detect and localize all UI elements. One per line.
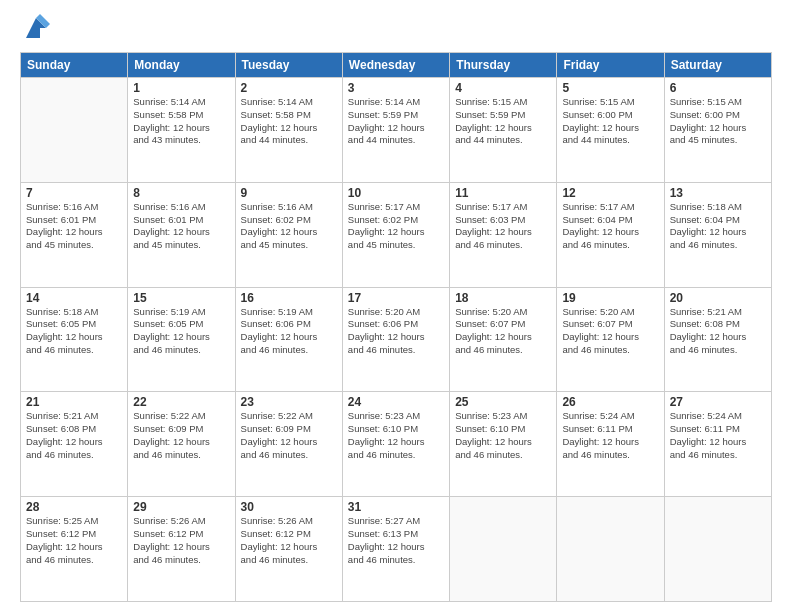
day-info: Sunrise: 5:15 AM Sunset: 6:00 PM Dayligh… (670, 96, 766, 147)
calendar-cell (450, 497, 557, 602)
header-day-sunday: Sunday (21, 53, 128, 78)
calendar-cell: 5Sunrise: 5:15 AM Sunset: 6:00 PM Daylig… (557, 78, 664, 183)
calendar-cell (557, 497, 664, 602)
day-number: 19 (562, 291, 658, 305)
day-number: 4 (455, 81, 551, 95)
calendar-cell: 31Sunrise: 5:27 AM Sunset: 6:13 PM Dayli… (342, 497, 449, 602)
day-number: 16 (241, 291, 337, 305)
day-info: Sunrise: 5:18 AM Sunset: 6:05 PM Dayligh… (26, 306, 122, 357)
day-number: 8 (133, 186, 229, 200)
calendar-cell: 15Sunrise: 5:19 AM Sunset: 6:05 PM Dayli… (128, 287, 235, 392)
calendar-table: SundayMondayTuesdayWednesdayThursdayFrid… (20, 52, 772, 602)
day-info: Sunrise: 5:16 AM Sunset: 6:01 PM Dayligh… (26, 201, 122, 252)
day-info: Sunrise: 5:23 AM Sunset: 6:10 PM Dayligh… (455, 410, 551, 461)
day-info: Sunrise: 5:14 AM Sunset: 5:58 PM Dayligh… (133, 96, 229, 147)
day-number: 5 (562, 81, 658, 95)
day-number: 18 (455, 291, 551, 305)
calendar-cell: 8Sunrise: 5:16 AM Sunset: 6:01 PM Daylig… (128, 182, 235, 287)
day-info: Sunrise: 5:24 AM Sunset: 6:11 PM Dayligh… (670, 410, 766, 461)
day-info: Sunrise: 5:20 AM Sunset: 6:07 PM Dayligh… (455, 306, 551, 357)
day-info: Sunrise: 5:25 AM Sunset: 6:12 PM Dayligh… (26, 515, 122, 566)
header-day-saturday: Saturday (664, 53, 771, 78)
day-info: Sunrise: 5:26 AM Sunset: 6:12 PM Dayligh… (133, 515, 229, 566)
day-number: 6 (670, 81, 766, 95)
day-info: Sunrise: 5:26 AM Sunset: 6:12 PM Dayligh… (241, 515, 337, 566)
calendar-cell: 22Sunrise: 5:22 AM Sunset: 6:09 PM Dayli… (128, 392, 235, 497)
day-number: 27 (670, 395, 766, 409)
day-info: Sunrise: 5:21 AM Sunset: 6:08 PM Dayligh… (26, 410, 122, 461)
calendar-cell: 25Sunrise: 5:23 AM Sunset: 6:10 PM Dayli… (450, 392, 557, 497)
day-number: 31 (348, 500, 444, 514)
day-info: Sunrise: 5:17 AM Sunset: 6:04 PM Dayligh… (562, 201, 658, 252)
day-info: Sunrise: 5:20 AM Sunset: 6:07 PM Dayligh… (562, 306, 658, 357)
calendar-cell: 9Sunrise: 5:16 AM Sunset: 6:02 PM Daylig… (235, 182, 342, 287)
calendar-cell (21, 78, 128, 183)
day-number: 20 (670, 291, 766, 305)
day-number: 12 (562, 186, 658, 200)
calendar-cell: 26Sunrise: 5:24 AM Sunset: 6:11 PM Dayli… (557, 392, 664, 497)
calendar-cell: 30Sunrise: 5:26 AM Sunset: 6:12 PM Dayli… (235, 497, 342, 602)
logo-icon (22, 14, 50, 42)
day-info: Sunrise: 5:23 AM Sunset: 6:10 PM Dayligh… (348, 410, 444, 461)
calendar-cell: 19Sunrise: 5:20 AM Sunset: 6:07 PM Dayli… (557, 287, 664, 392)
calendar-cell: 3Sunrise: 5:14 AM Sunset: 5:59 PM Daylig… (342, 78, 449, 183)
calendar-cell: 17Sunrise: 5:20 AM Sunset: 6:06 PM Dayli… (342, 287, 449, 392)
day-info: Sunrise: 5:16 AM Sunset: 6:02 PM Dayligh… (241, 201, 337, 252)
logo (20, 18, 50, 42)
day-number: 22 (133, 395, 229, 409)
day-info: Sunrise: 5:16 AM Sunset: 6:01 PM Dayligh… (133, 201, 229, 252)
week-row-0: 1Sunrise: 5:14 AM Sunset: 5:58 PM Daylig… (21, 78, 772, 183)
calendar-cell: 1Sunrise: 5:14 AM Sunset: 5:58 PM Daylig… (128, 78, 235, 183)
header-day-tuesday: Tuesday (235, 53, 342, 78)
day-info: Sunrise: 5:15 AM Sunset: 5:59 PM Dayligh… (455, 96, 551, 147)
week-row-2: 14Sunrise: 5:18 AM Sunset: 6:05 PM Dayli… (21, 287, 772, 392)
day-number: 7 (26, 186, 122, 200)
calendar-cell: 6Sunrise: 5:15 AM Sunset: 6:00 PM Daylig… (664, 78, 771, 183)
day-info: Sunrise: 5:18 AM Sunset: 6:04 PM Dayligh… (670, 201, 766, 252)
day-number: 26 (562, 395, 658, 409)
calendar-cell: 7Sunrise: 5:16 AM Sunset: 6:01 PM Daylig… (21, 182, 128, 287)
day-info: Sunrise: 5:24 AM Sunset: 6:11 PM Dayligh… (562, 410, 658, 461)
week-row-1: 7Sunrise: 5:16 AM Sunset: 6:01 PM Daylig… (21, 182, 772, 287)
day-info: Sunrise: 5:21 AM Sunset: 6:08 PM Dayligh… (670, 306, 766, 357)
day-number: 2 (241, 81, 337, 95)
header-day-thursday: Thursday (450, 53, 557, 78)
day-number: 14 (26, 291, 122, 305)
calendar-cell: 20Sunrise: 5:21 AM Sunset: 6:08 PM Dayli… (664, 287, 771, 392)
day-number: 9 (241, 186, 337, 200)
calendar-cell: 14Sunrise: 5:18 AM Sunset: 6:05 PM Dayli… (21, 287, 128, 392)
calendar-header: SundayMondayTuesdayWednesdayThursdayFrid… (21, 53, 772, 78)
day-number: 28 (26, 500, 122, 514)
day-number: 23 (241, 395, 337, 409)
day-info: Sunrise: 5:17 AM Sunset: 6:02 PM Dayligh… (348, 201, 444, 252)
calendar-cell: 24Sunrise: 5:23 AM Sunset: 6:10 PM Dayli… (342, 392, 449, 497)
calendar-cell: 4Sunrise: 5:15 AM Sunset: 5:59 PM Daylig… (450, 78, 557, 183)
calendar-cell: 11Sunrise: 5:17 AM Sunset: 6:03 PM Dayli… (450, 182, 557, 287)
week-row-3: 21Sunrise: 5:21 AM Sunset: 6:08 PM Dayli… (21, 392, 772, 497)
day-info: Sunrise: 5:20 AM Sunset: 6:06 PM Dayligh… (348, 306, 444, 357)
day-info: Sunrise: 5:14 AM Sunset: 5:59 PM Dayligh… (348, 96, 444, 147)
day-number: 17 (348, 291, 444, 305)
day-number: 3 (348, 81, 444, 95)
calendar-cell: 18Sunrise: 5:20 AM Sunset: 6:07 PM Dayli… (450, 287, 557, 392)
day-info: Sunrise: 5:15 AM Sunset: 6:00 PM Dayligh… (562, 96, 658, 147)
day-number: 30 (241, 500, 337, 514)
header-day-friday: Friday (557, 53, 664, 78)
calendar-cell: 27Sunrise: 5:24 AM Sunset: 6:11 PM Dayli… (664, 392, 771, 497)
day-number: 29 (133, 500, 229, 514)
header-day-wednesday: Wednesday (342, 53, 449, 78)
day-number: 24 (348, 395, 444, 409)
day-info: Sunrise: 5:17 AM Sunset: 6:03 PM Dayligh… (455, 201, 551, 252)
header-row: SundayMondayTuesdayWednesdayThursdayFrid… (21, 53, 772, 78)
day-number: 13 (670, 186, 766, 200)
day-number: 15 (133, 291, 229, 305)
day-number: 21 (26, 395, 122, 409)
day-info: Sunrise: 5:19 AM Sunset: 6:05 PM Dayligh… (133, 306, 229, 357)
day-info: Sunrise: 5:22 AM Sunset: 6:09 PM Dayligh… (241, 410, 337, 461)
week-row-4: 28Sunrise: 5:25 AM Sunset: 6:12 PM Dayli… (21, 497, 772, 602)
day-info: Sunrise: 5:19 AM Sunset: 6:06 PM Dayligh… (241, 306, 337, 357)
calendar-cell: 28Sunrise: 5:25 AM Sunset: 6:12 PM Dayli… (21, 497, 128, 602)
calendar-cell: 16Sunrise: 5:19 AM Sunset: 6:06 PM Dayli… (235, 287, 342, 392)
calendar-cell: 13Sunrise: 5:18 AM Sunset: 6:04 PM Dayli… (664, 182, 771, 287)
header (20, 18, 772, 42)
